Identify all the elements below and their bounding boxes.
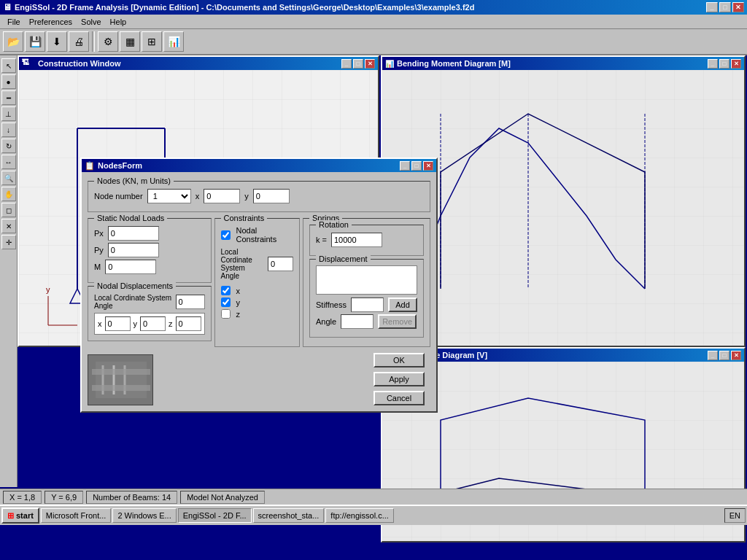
start-button[interactable]: ⊞ start xyxy=(1,508,39,524)
sidebar-delete[interactable]: ✕ xyxy=(1,219,16,233)
ok-button[interactable]: OK xyxy=(374,353,425,368)
stiffness-input[interactable] xyxy=(351,298,384,312)
sidebar-pan[interactable]: ✋ xyxy=(1,187,16,201)
sidebar-moment[interactable]: ↻ xyxy=(1,139,16,153)
menu-preferences[interactable]: Preferences xyxy=(25,16,77,28)
thumbnail xyxy=(88,354,153,405)
toolbar-table[interactable]: ⊞ xyxy=(142,31,162,52)
dialog-close[interactable]: ✕ xyxy=(423,161,433,171)
close-button[interactable]: ✕ xyxy=(732,2,744,12)
stiffness-label: Stiffness xyxy=(316,300,347,309)
node-number-label: Node number xyxy=(94,192,143,201)
windows-logo: ⊞ xyxy=(7,511,14,521)
sidebar-load[interactable]: ↓ xyxy=(1,122,16,137)
coord-x-panel: X = 1,8 xyxy=(3,491,42,504)
bending-maximize[interactable]: □ xyxy=(719,59,729,69)
constraints-group: Constraints Nodal Constraints Local Cord… xyxy=(214,218,301,347)
local-coord-angle-input[interactable] xyxy=(176,295,205,309)
dialog-titlebar: 📋 NodesForm _ □ ✕ xyxy=(82,159,436,172)
construction-minimize[interactable]: _ xyxy=(341,59,352,69)
m-input[interactable] xyxy=(105,260,156,274)
local-coord-input[interactable] xyxy=(268,257,293,271)
sidebar-node[interactable]: ● xyxy=(1,74,16,89)
toolbar-print[interactable]: 🖨 xyxy=(69,31,89,52)
analysis-panel: Model Not Analyzed xyxy=(180,491,265,504)
sidebar-zoom[interactable]: 🔍 xyxy=(1,171,16,185)
nodes-group: Nodes (KN, m Units) Node number 1 x y xyxy=(88,181,430,212)
remove-button[interactable]: Remove xyxy=(378,314,417,329)
apply-button[interactable]: Apply xyxy=(374,372,425,386)
py-label: Py xyxy=(94,246,104,254)
toolbar-download[interactable]: ⬇ xyxy=(47,31,67,52)
toolbar-chart[interactable]: 📊 xyxy=(163,31,184,52)
dialog-minimize[interactable]: _ xyxy=(400,161,410,171)
taskbar-windows[interactable]: 2 Windows E... xyxy=(112,508,176,523)
y-label: y xyxy=(244,192,249,201)
angle-input[interactable] xyxy=(341,314,374,329)
sidebar-cursor[interactable]: ↖ xyxy=(1,58,16,73)
sidebar-support[interactable]: ⊥ xyxy=(1,106,16,121)
axial-maximize[interactable]: □ xyxy=(719,351,729,360)
svg-rect-25 xyxy=(92,369,150,375)
menubar: File Preferences Solve Help xyxy=(0,15,747,29)
rotation-label: Rotation xyxy=(316,220,352,229)
menu-help[interactable]: Help xyxy=(106,16,131,28)
bending-close[interactable]: ✕ xyxy=(731,59,741,69)
taskbar-ftp[interactable]: ftp://engissol.c... xyxy=(325,508,393,523)
sidebar-dimension[interactable]: ↔ xyxy=(1,155,16,169)
toolbar-open[interactable]: 📂 xyxy=(3,31,23,52)
z-disp-input[interactable] xyxy=(176,316,201,331)
beams-panel: Number of Beams: 14 xyxy=(86,491,177,504)
construction-close[interactable]: ✕ xyxy=(365,59,375,69)
angle-label: Angle xyxy=(316,317,336,326)
x-disp-input[interactable] xyxy=(105,316,131,331)
rotation-group: Rotation k = xyxy=(309,225,424,256)
z-check[interactable] xyxy=(221,309,231,319)
toolbar-settings[interactable]: ⚙ xyxy=(98,31,118,52)
minimize-button[interactable]: _ xyxy=(706,2,718,12)
coord-y: Y = 6,9 xyxy=(51,493,77,502)
left-sidebar: ↖ ● ━ ⊥ ↓ ↻ ↔ 🔍 ✋ ◻ ✕ ✛ xyxy=(0,55,18,487)
toolbar-save[interactable]: 💾 xyxy=(25,31,45,52)
k-input[interactable] xyxy=(331,233,382,247)
sidebar-move[interactable]: ✛ xyxy=(1,235,16,249)
construction-title: Construction Window xyxy=(38,59,121,68)
taskbar-screenshot[interactable]: screenshot_sta... xyxy=(253,508,325,523)
y-check[interactable] xyxy=(221,298,231,307)
local-coord-label: Local Cordinate System Angle xyxy=(221,248,264,280)
maximize-button[interactable]: □ xyxy=(719,2,731,12)
bending-minimize[interactable]: _ xyxy=(708,59,718,69)
taskbar-engissol[interactable]: EngiSSol - 2D F... xyxy=(178,508,252,523)
node-number-select[interactable]: 1 xyxy=(147,189,191,203)
add-button[interactable]: Add xyxy=(388,298,417,312)
px-label: Px xyxy=(94,229,104,238)
nodal-constraints-label: Nodal Constraints xyxy=(236,226,294,244)
axial-minimize[interactable]: _ xyxy=(708,351,718,360)
taskbar-front[interactable]: Microsoft Front... xyxy=(41,508,112,523)
toolbar: 📂 💾 ⬇ 🖨 ⚙ ▦ ⊞ 📊 xyxy=(0,29,747,55)
coord-bar: X = 1,8 Y = 6,9 Number of Beams: 14 Mode… xyxy=(0,489,747,505)
sidebar-beam[interactable]: ━ xyxy=(1,90,16,105)
py-input[interactable] xyxy=(108,243,159,257)
app-title: EngiSSol - 2D Frame Analysis [Dynamic Ed… xyxy=(15,3,474,12)
dialog-icon: 📋 xyxy=(85,161,95,171)
toolbar-grid[interactable]: ▦ xyxy=(120,31,140,52)
sidebar-select[interactable]: ◻ xyxy=(1,203,16,217)
construction-maximize[interactable]: □ xyxy=(353,59,363,69)
menu-file[interactable]: File xyxy=(3,16,25,28)
taskbar-engissol-label: EngiSSol - 2D F... xyxy=(183,511,247,520)
cancel-button[interactable]: Cancel xyxy=(374,391,425,405)
thumbnail-svg xyxy=(88,354,152,405)
taskbar-ftp-label: ftp://engissol.c... xyxy=(330,511,388,520)
axial-close[interactable]: ✕ xyxy=(731,351,741,360)
nodal-constraints-check[interactable] xyxy=(221,230,231,240)
dialog-restore[interactable]: □ xyxy=(411,161,422,171)
x-check[interactable] xyxy=(221,286,231,295)
taskbar: ⊞ start Microsoft Front... 2 Windows E..… xyxy=(0,505,747,525)
nodal-disp-label: Nodal Displacements xyxy=(94,281,176,290)
x-input[interactable] xyxy=(204,189,240,203)
menu-solve[interactable]: Solve xyxy=(77,16,106,28)
y-input[interactable] xyxy=(253,189,290,203)
px-input[interactable] xyxy=(108,226,159,241)
y-disp-input[interactable] xyxy=(140,316,166,331)
